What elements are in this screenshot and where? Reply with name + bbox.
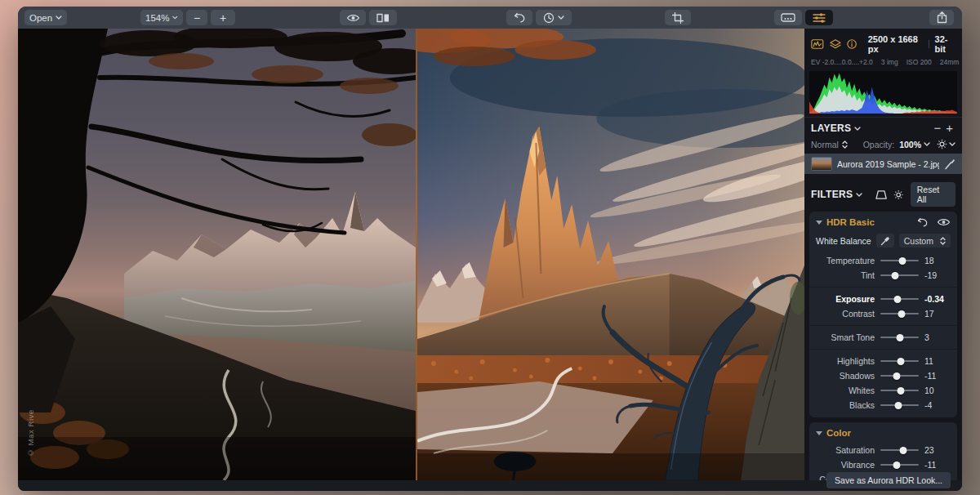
- slider-thumb[interactable]: [897, 387, 904, 395]
- zoom-in-button[interactable]: +: [211, 10, 235, 25]
- filter-settings-gear-icon[interactable]: [893, 190, 903, 200]
- white-balance-select[interactable]: Custom: [899, 234, 951, 247]
- up-down-icon: [842, 140, 848, 149]
- app-window: Open 154% − +: [18, 7, 962, 491]
- filter-section-tools: [917, 217, 951, 227]
- slider-thumb[interactable]: [898, 257, 906, 265]
- chevron-down-icon: [558, 16, 564, 20]
- slider-track[interactable]: [880, 390, 919, 391]
- slider-track[interactable]: [880, 404, 919, 406]
- layer-settings-button[interactable]: [937, 139, 956, 149]
- chevron-down-icon: [56, 16, 62, 20]
- histogram-toggle-icon[interactable]: [811, 38, 824, 50]
- slider-value: -0.34: [924, 294, 951, 304]
- crop-button[interactable]: [665, 10, 691, 25]
- slider-track[interactable]: [880, 337, 919, 338]
- blend-mode-row: Normal Opacity: 100%: [804, 137, 962, 154]
- chevron-down-icon: [949, 142, 956, 146]
- layers-title: LAYERS: [811, 123, 861, 134]
- filter-section-title: HDR Basic: [826, 217, 913, 227]
- chevron-down-icon: [172, 16, 178, 20]
- crop-icon: [672, 12, 684, 24]
- layer-item[interactable]: Aurora 2019 Sample - 2.jpg: [804, 154, 962, 174]
- filter-slider-row: Exposure -0.34: [809, 292, 957, 306]
- slider-track[interactable]: [880, 360, 919, 362]
- white-balance-label: White Balance: [816, 236, 871, 246]
- filter-section-header[interactable]: Color: [809, 422, 957, 443]
- image-info-row: 2500 x 1668 px 32-bit: [804, 29, 962, 56]
- chevron-down-icon[interactable]: [856, 193, 862, 197]
- zoom-level-dropdown[interactable]: 154%: [140, 10, 183, 25]
- filter-undo-icon[interactable]: [917, 217, 929, 227]
- slider-thumb[interactable]: [893, 372, 900, 380]
- open-button[interactable]: Open: [24, 10, 67, 25]
- photo-canvas[interactable]: © Max Rive: [18, 29, 804, 480]
- before-photo: © Max Rive: [18, 29, 416, 480]
- slider-thumb[interactable]: [898, 310, 906, 318]
- slider-track[interactable]: [880, 274, 919, 276]
- gear-icon: [937, 139, 947, 149]
- layers-toggle-icon[interactable]: [830, 38, 841, 50]
- slider-track[interactable]: [880, 464, 919, 466]
- reset-all-button[interactable]: Reset All: [911, 182, 956, 207]
- slider-value: 11: [924, 356, 951, 366]
- slider-thumb[interactable]: [896, 334, 903, 341]
- undo-icon: [514, 12, 526, 23]
- compare-button[interactable]: [369, 10, 397, 25]
- filter-visibility-eye-icon[interactable]: [937, 217, 951, 227]
- edit-mask-brush-icon[interactable]: [944, 158, 956, 170]
- slider-track[interactable]: [880, 313, 919, 314]
- slider-track[interactable]: [880, 298, 919, 300]
- white-balance-eyedropper-button[interactable]: [876, 234, 894, 247]
- history-button[interactable]: [536, 10, 572, 25]
- adjustments-panel: 2500 x 1668 px 32-bit EV -2.0....0.0....…: [804, 29, 962, 480]
- slider-track[interactable]: [880, 449, 919, 451]
- white-balance-row: White Balance Custom: [809, 232, 957, 253]
- quick-preview-button[interactable]: [340, 10, 366, 25]
- undo-button[interactable]: [506, 10, 532, 25]
- filter-slider-row: Smart Tone 3: [809, 330, 957, 345]
- opacity-control[interactable]: Opacity: 100%: [863, 140, 930, 149]
- filter-slider-row: Temperature 18: [809, 253, 957, 268]
- after-photo: [417, 29, 804, 480]
- export-button[interactable]: [929, 10, 954, 25]
- slider-value: 18: [924, 256, 951, 265]
- image-bit-depth: 32-bit: [935, 34, 956, 54]
- blend-mode-select[interactable]: Normal: [811, 140, 848, 149]
- slider-thumb[interactable]: [893, 296, 901, 303]
- main-content: © Max Rive: [18, 29, 962, 480]
- slider-thumb[interactable]: [893, 462, 900, 469]
- slider-thumb[interactable]: [900, 447, 907, 454]
- info-toggle-icon[interactable]: [847, 38, 857, 50]
- luminosity-mask-icon[interactable]: [875, 190, 887, 200]
- filter-section-body: Temperature 18 Tint -19 Exposure -0.34 C…: [809, 253, 957, 412]
- add-layer-button[interactable]: +: [943, 123, 956, 133]
- slider-thumb[interactable]: [891, 272, 898, 279]
- slider-track[interactable]: [880, 375, 919, 377]
- share-icon: [937, 11, 947, 24]
- group-separator: [809, 287, 957, 288]
- filter-section-header[interactable]: HDR Basic: [809, 212, 957, 232]
- zoom-out-button[interactable]: −: [186, 10, 207, 25]
- histogram-panel[interactable]: [809, 71, 957, 114]
- chevron-down-icon: [924, 142, 930, 146]
- image-dimensions: 2500 x 1668 px: [868, 34, 923, 54]
- chevron-down-icon[interactable]: [854, 127, 861, 131]
- open-button-label: Open: [29, 13, 52, 23]
- filmstrip-toggle-button[interactable]: [774, 10, 802, 25]
- filter-slider-row: Tint -19: [809, 268, 957, 283]
- slider-value: 10: [924, 386, 951, 395]
- white-balance-value: Custom: [904, 236, 933, 246]
- adjustments-panel-button[interactable]: [805, 10, 833, 25]
- remove-layer-button[interactable]: −: [931, 123, 943, 133]
- filter-slider-row: Whites 10: [809, 383, 957, 398]
- filter-slider-row: Vibrance -11: [809, 457, 957, 472]
- slider-track[interactable]: [880, 260, 919, 261]
- slider-thumb[interactable]: [898, 358, 905, 365]
- opacity-label: Opacity:: [863, 140, 895, 149]
- slider-thumb[interactable]: [895, 402, 902, 409]
- slider-label: Vibrance: [816, 460, 875, 470]
- save-look-button[interactable]: Save as Aurora HDR Look...: [826, 472, 951, 488]
- slider-label: Highlights: [816, 356, 875, 366]
- slider-label: Tint: [816, 270, 875, 280]
